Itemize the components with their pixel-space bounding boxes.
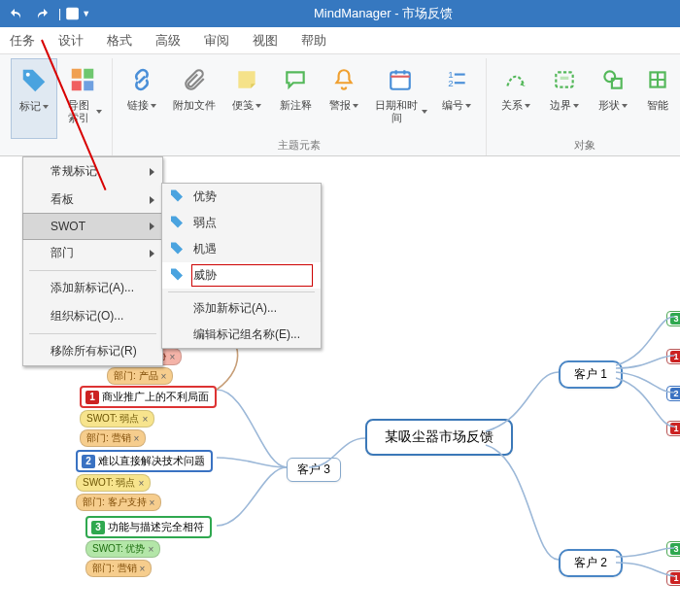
tab-help[interactable]: 帮助 xyxy=(301,27,326,54)
topic-customer3[interactable]: 客户 3 xyxy=(287,458,341,482)
menu-add-marker[interactable]: 添加新标记(A)... xyxy=(23,274,162,302)
close-icon[interactable]: × xyxy=(150,497,155,508)
chevron-down-icon xyxy=(96,110,102,114)
tab-design[interactable]: 设计 xyxy=(58,27,84,54)
swot-edit-group-name[interactable]: 编辑标记组名称(E)... xyxy=(162,322,321,348)
window-title: MindManager - 市场反馈 xyxy=(90,5,676,22)
bell-icon xyxy=(331,62,357,97)
redo-icon[interactable] xyxy=(29,2,54,25)
swot-threat[interactable]: 威胁 xyxy=(162,262,321,289)
numbering-icon: 12 xyxy=(444,62,469,97)
tag-icon xyxy=(170,215,184,231)
node-3[interactable]: 3功能与描述完全相符 SWOT: 优势× 部门: 营销× xyxy=(85,516,212,577)
group-objects: 关系 边界 形状 智能 对象 xyxy=(487,58,680,155)
tag-icon xyxy=(170,241,184,257)
swot-add-marker[interactable]: 添加新标记(A)... xyxy=(162,295,321,322)
attach-button[interactable]: 附加文件 xyxy=(167,58,221,136)
tiny-node[interactable]: 3 xyxy=(666,541,680,557)
markers-menu: 常规标记 看板 SWOT 部门 添加新标记(A)... 组织标记(O)... 移… xyxy=(22,156,163,366)
chip-dept-product[interactable]: 部门: 产品× xyxy=(107,367,173,385)
help-icon[interactable]: ?▼ xyxy=(65,2,90,25)
chip-swot-weakness[interactable]: SWOT: 弱点× xyxy=(76,474,151,492)
tiny-node[interactable]: 1 xyxy=(666,570,680,586)
close-icon[interactable]: × xyxy=(142,414,148,425)
comment-button[interactable]: 新注释 xyxy=(272,58,319,136)
swot-opportunity[interactable]: 机遇 xyxy=(162,236,321,262)
boundary-icon xyxy=(552,62,577,97)
smart-button[interactable]: 智能 xyxy=(638,58,677,136)
tag-icon xyxy=(170,267,184,284)
numbering-button[interactable]: 12编号 xyxy=(433,58,480,136)
tiny-node[interactable]: 1 xyxy=(666,349,680,364)
group-label-main: 主题元素 xyxy=(278,136,321,155)
date-button[interactable]: 日期和时间 xyxy=(369,58,431,136)
menu-separator xyxy=(168,291,315,292)
svg-rect-6 xyxy=(84,81,93,90)
topic-customer1[interactable]: 客户 1 xyxy=(559,360,623,389)
tag-icon xyxy=(19,63,49,98)
close-icon[interactable]: × xyxy=(140,564,146,574)
close-icon[interactable]: × xyxy=(138,478,144,489)
topic-customer2[interactable]: 客户 2 xyxy=(559,549,623,577)
tab-format[interactable]: 格式 xyxy=(107,27,132,54)
group-label-objects: 对象 xyxy=(574,136,595,155)
undo-icon[interactable] xyxy=(4,2,29,25)
ribbon-tabs: 任务 设计 格式 高级 审阅 视图 帮助 xyxy=(0,27,680,54)
priority-icon: 2 xyxy=(82,455,95,468)
tab-view[interactable]: 视图 xyxy=(253,27,278,54)
relation-button[interactable]: 关系 xyxy=(493,58,539,136)
swot-weakness[interactable]: 弱点 xyxy=(162,210,321,236)
chip-dept-support[interactable]: 部门: 客户支持× xyxy=(76,494,161,511)
menu-department[interactable]: 部门 xyxy=(23,239,162,267)
svg-rect-7 xyxy=(391,72,410,88)
markers-button[interactable]: 标记 xyxy=(11,58,57,139)
menu-separator xyxy=(29,333,156,334)
chevron-down-icon xyxy=(622,104,628,108)
titlebar: | ?▼ MindManager - 市场反馈 xyxy=(0,0,680,27)
chevron-down-icon xyxy=(151,104,156,108)
tiny-node[interactable]: 1 xyxy=(666,421,680,436)
arrow-right-icon xyxy=(150,250,154,257)
chip-dept-marketing[interactable]: 部门: 营销× xyxy=(80,429,146,447)
link-button[interactable]: 链接 xyxy=(119,58,165,136)
menu-remove-all[interactable]: 移除所有标记(R) xyxy=(23,337,162,365)
center-topic[interactable]: 某吸尘器市场反馈 xyxy=(365,419,513,456)
index-button[interactable]: 导图索引 xyxy=(59,58,106,139)
tiny-node[interactable]: 3 xyxy=(666,311,680,326)
node-2[interactable]: 2难以直接解决技术问题 SWOT: 弱点× 部门: 客户支持× xyxy=(76,450,213,511)
close-icon[interactable]: × xyxy=(148,544,153,555)
chevron-down-icon xyxy=(43,105,49,109)
group-main-elements: 链接 附加文件 便笺 新注释 警报 日期和时间 12编号 主题元素 xyxy=(113,58,487,155)
close-icon[interactable]: × xyxy=(169,352,175,362)
svg-point-2 xyxy=(26,73,30,77)
node-1[interactable]: 1商业推广上的不利局面 SWOT: 弱点× 部门: 营销× xyxy=(80,386,217,447)
note-button[interactable]: 便笺 xyxy=(223,58,270,136)
alert-button[interactable]: 警报 xyxy=(321,58,367,136)
menu-kanban[interactable]: 看板 xyxy=(23,186,162,214)
ribbon: 标记 导图索引 链接 附加文件 便笺 新注释 警报 日期和时间 12编号 主题元… xyxy=(0,54,680,156)
menu-general-markers[interactable]: 常规标记 xyxy=(23,157,162,186)
link-icon xyxy=(129,62,154,97)
tab-tasks[interactable]: 任务 xyxy=(10,27,35,54)
chip-swot-strength[interactable]: SWOT: 优势× xyxy=(85,540,160,558)
tiny-node[interactable]: 2 xyxy=(666,386,680,401)
tag-icon xyxy=(170,188,184,205)
swot-strength[interactable]: 优势 xyxy=(162,184,321,210)
chip-dept-marketing[interactable]: 部门: 营销× xyxy=(85,560,152,577)
chevron-down-icon xyxy=(525,104,530,108)
arrow-right-icon xyxy=(150,222,154,230)
close-icon[interactable]: × xyxy=(134,433,140,444)
tab-advanced[interactable]: 高级 xyxy=(155,27,181,54)
tab-review[interactable]: 审阅 xyxy=(204,27,229,54)
menu-swot[interactable]: SWOT xyxy=(22,213,163,240)
calendar-icon xyxy=(388,62,413,97)
swot-submenu: 优势 弱点 机遇 威胁 添加新标记(A)... 编辑标记组名称(E)... xyxy=(161,183,322,349)
menu-organize-markers[interactable]: 组织标记(O)... xyxy=(23,302,162,330)
mindmap-canvas[interactable]: 常规标记 看板 SWOT 部门 添加新标记(A)... 组织标记(O)... 移… xyxy=(0,156,680,616)
shape-button[interactable]: 形状 xyxy=(590,58,636,136)
close-icon[interactable]: × xyxy=(161,371,167,382)
boundary-button[interactable]: 边界 xyxy=(541,58,588,136)
chevron-down-icon xyxy=(353,104,358,108)
chip-swot-weakness[interactable]: SWOT: 弱点× xyxy=(80,410,154,428)
chevron-down-icon xyxy=(255,104,261,108)
